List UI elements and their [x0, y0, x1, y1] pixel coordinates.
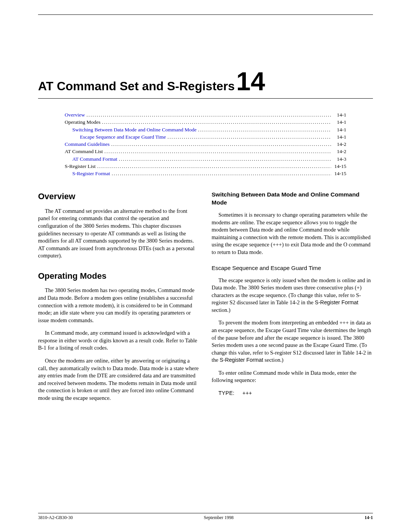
toc-row-2: Switching Between Data Mode and Online C…: [65, 126, 346, 133]
toc-leader-6: ........................................…: [117, 156, 331, 163]
toc-row-3: Escape Sequence and Escape Guard Time ..…: [65, 134, 346, 141]
left-column: Overview The AT command set provides an …: [38, 191, 199, 407]
page-footer: 3810-A2-GB30-30 September 1998 14-1: [38, 513, 373, 521]
toc-row-1: Operating Modes ........................…: [65, 119, 346, 126]
toc-link-1: Operating Modes: [65, 119, 100, 126]
toc-link-6[interactable]: AT Command Format: [72, 156, 117, 163]
type-value: +++: [242, 390, 252, 396]
toc-page-7: 14-15: [331, 163, 346, 170]
toc-leader-1: ........................................…: [100, 119, 331, 126]
toc-leader-7: ........................................…: [96, 163, 331, 170]
chapter-title-text: AT Command Set and S-Registers: [38, 78, 235, 94]
table-of-contents: Overview ...............................…: [65, 112, 346, 177]
text-sregister-format-2: S-Register Format: [220, 357, 263, 363]
text-esc2c: section.): [263, 357, 284, 363]
toc-page-5: 14-2: [331, 148, 346, 155]
heading-escape: Escape Sequence and Escape Guard Time: [212, 264, 373, 272]
top-rule: [38, 14, 373, 15]
toc-leader-3: ........................................…: [166, 134, 331, 141]
footer-doc-id: 3810-A2-GB30-30: [38, 514, 73, 521]
toc-row-6: AT Command Format ......................…: [65, 156, 346, 163]
toc-link-0[interactable]: Overview: [65, 112, 85, 118]
text-sregister-format-1: S-Register Format: [315, 299, 358, 305]
toc-leader-5: ........................................…: [103, 148, 331, 155]
footer-date: September 1998: [204, 514, 234, 521]
toc-link-7: S-Register List: [65, 163, 96, 170]
paragraph-escape-2: To prevent the modem from interpreting a…: [212, 319, 373, 364]
paragraph-opmodes-2: In Command mode, any command issued is a…: [38, 329, 199, 352]
paragraph-switching: Sometimes it is necessary to change oper…: [212, 211, 373, 256]
paragraph-opmodes-1: The 3800 Series modem has two operating …: [38, 287, 199, 324]
toc-link-5: AT Command List: [65, 148, 103, 155]
type-label: TYPE:: [218, 390, 234, 396]
type-line: TYPE: +++: [212, 390, 373, 397]
toc-page-2: 14-1: [331, 126, 346, 133]
text-esc1c: section.): [212, 307, 231, 313]
toc-row-5: AT Command List ........................…: [65, 148, 346, 155]
toc-leader-4: ........................................…: [110, 141, 331, 148]
toc-leader-2: ........................................…: [197, 126, 331, 133]
chapter-number: 14: [236, 68, 265, 94]
toc-page-0: 14-1: [331, 112, 346, 118]
chapter-title-rule: [38, 98, 373, 99]
toc-page-1: 14-1: [331, 119, 346, 126]
toc-row-4: Command Guidelines .....................…: [65, 141, 346, 148]
footer-page-number: 14-1: [365, 514, 373, 521]
footer-rule: [38, 513, 373, 513]
paragraph-enter-sequence: To enter online Command mode while in Da…: [212, 369, 373, 384]
paragraph-escape-1: The escape sequence is only issued when …: [212, 277, 373, 314]
heading-switching: Switching Between Data Mode and Online C…: [212, 191, 373, 207]
toc-row-7: S-Register List ........................…: [65, 163, 346, 170]
body-columns: Overview The AT command set provides an …: [38, 191, 373, 407]
toc-leader-0: ........................................…: [85, 112, 331, 118]
toc-link-3[interactable]: Escape Sequence and Escape Guard Time: [80, 134, 166, 141]
toc-page-4: 14-2: [331, 141, 346, 148]
toc-page-8: 14-15: [331, 170, 346, 177]
paragraph-opmodes-3: Once the modems are online, either by an…: [38, 357, 199, 402]
heading-overview: Overview: [38, 191, 199, 202]
toc-page-6: 14-3: [331, 156, 346, 163]
toc-row-8: S-Register Format ......................…: [65, 170, 346, 177]
heading-operating-modes: Operating Modes: [38, 270, 199, 282]
toc-link-2[interactable]: Switching Between Data Mode and Online C…: [72, 126, 197, 133]
toc-page-3: 14-1: [331, 134, 346, 141]
toc-leader-8: ........................................…: [110, 170, 331, 177]
right-column: Switching Between Data Mode and Online C…: [212, 191, 373, 407]
paragraph-overview: The AT command set provides an alternati…: [38, 208, 199, 260]
toc-row-0: Overview ...............................…: [65, 112, 346, 118]
toc-link-4[interactable]: Command Guidelines: [65, 141, 110, 148]
chapter-title-block: AT Command Set and S-Registers 14: [38, 68, 373, 103]
toc-link-8[interactable]: S-Register Format: [72, 170, 110, 177]
